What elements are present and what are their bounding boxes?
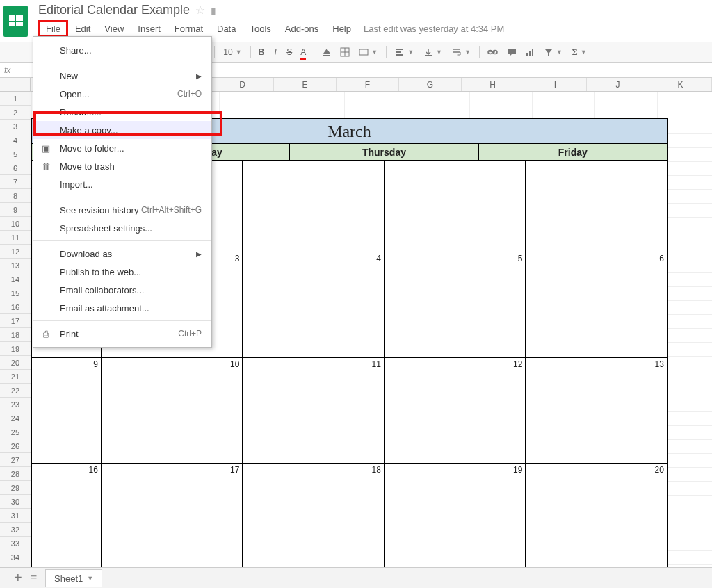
- row-header[interactable]: 13: [0, 259, 31, 272]
- font-size-select[interactable]: 10 ▼: [219, 45, 245, 59]
- row-header[interactable]: 21: [0, 370, 31, 384]
- row-header[interactable]: 3: [0, 120, 31, 133]
- row-header[interactable]: 1: [0, 92, 31, 106]
- text-color-button[interactable]: A: [297, 45, 309, 59]
- column-header[interactable]: I: [524, 78, 587, 91]
- column-header[interactable]: E: [274, 78, 337, 91]
- row-header[interactable]: 16: [0, 300, 31, 314]
- fill-color-button[interactable]: [318, 45, 335, 59]
- row-header[interactable]: 2: [0, 106, 31, 120]
- row-header[interactable]: 31: [0, 509, 31, 523]
- menu-item-print[interactable]: ⎙PrintCtrl+P: [33, 325, 211, 343]
- row-header[interactable]: 30: [0, 495, 31, 509]
- row-header[interactable]: 22: [0, 384, 31, 398]
- tab-sheet1[interactable]: Sheet1 ▼: [45, 569, 102, 587]
- row-header[interactable]: 4: [0, 133, 31, 147]
- row-header[interactable]: 33: [0, 537, 31, 550]
- row-header[interactable]: 23: [0, 398, 31, 411]
- row-header[interactable]: 7: [0, 175, 31, 189]
- column-header[interactable]: G: [399, 78, 462, 91]
- row-header[interactable]: 8: [0, 189, 31, 203]
- last-edit-label[interactable]: Last edit was yesterday at 4:34 PM: [364, 24, 504, 34]
- row-header[interactable]: 27: [0, 453, 31, 467]
- comment-button[interactable]: [503, 45, 520, 59]
- wrap-button[interactable]: ▼: [448, 45, 475, 59]
- calendar-cell[interactable]: 10: [102, 358, 243, 463]
- row-header[interactable]: 12: [0, 245, 31, 259]
- row-header[interactable]: 11: [0, 231, 31, 245]
- calendar-cell[interactable]: 16: [32, 464, 102, 569]
- row-header[interactable]: 29: [0, 481, 31, 495]
- calendar-cell[interactable]: 6: [526, 252, 667, 357]
- menu-tools[interactable]: Tools: [243, 21, 277, 37]
- row-header[interactable]: 6: [0, 161, 31, 175]
- menu-item-email-attach[interactable]: Email as attachment...: [33, 299, 211, 317]
- calendar-cell[interactable]: [385, 161, 526, 252]
- borders-button[interactable]: [337, 45, 353, 59]
- calendar-cell[interactable]: 20: [526, 464, 667, 569]
- functions-button[interactable]: Σ ▼: [568, 45, 591, 60]
- menu-item-history[interactable]: See revision historyCtrl+Alt+Shift+G: [33, 201, 211, 219]
- calendar-cell[interactable]: 13: [526, 358, 667, 463]
- row-header[interactable]: 17: [0, 314, 31, 328]
- menu-view[interactable]: View: [97, 21, 131, 37]
- menu-addons[interactable]: Add-ons: [278, 21, 325, 37]
- menu-item-email-collab[interactable]: Email collaborators...: [33, 281, 211, 299]
- menu-item-new[interactable]: New▶: [33, 67, 211, 85]
- menu-item-move[interactable]: ▣Move to folder...: [33, 139, 211, 157]
- italic-button[interactable]: I: [269, 45, 282, 59]
- row-header[interactable]: 19: [0, 342, 31, 356]
- menu-edit[interactable]: Edit: [68, 21, 97, 37]
- all-sheets-button[interactable]: ≡: [31, 572, 37, 585]
- menu-item-make-copy[interactable]: Make a copy...: [33, 121, 211, 139]
- column-header[interactable]: F: [337, 78, 399, 91]
- calendar-cell[interactable]: 17: [102, 464, 243, 569]
- menu-item-trash[interactable]: 🗑Move to trash: [33, 157, 211, 175]
- calendar-cell[interactable]: 11: [243, 358, 385, 463]
- menu-file[interactable]: File: [38, 20, 68, 38]
- calendar-cell[interactable]: 9: [32, 358, 102, 463]
- app-logo[interactable]: [0, 0, 31, 42]
- column-header[interactable]: K: [649, 78, 712, 91]
- strike-button[interactable]: S: [283, 45, 296, 59]
- chart-button[interactable]: [521, 45, 538, 59]
- menu-insert[interactable]: Insert: [131, 21, 168, 37]
- calendar-cell[interactable]: 19: [385, 464, 526, 569]
- calendar-cell[interactable]: 18: [243, 464, 385, 569]
- row-header[interactable]: 26: [0, 439, 31, 453]
- row-header[interactable]: 34: [0, 550, 31, 564]
- link-button[interactable]: [484, 45, 502, 59]
- folder-icon[interactable]: ▮: [211, 5, 216, 16]
- calendar-cell[interactable]: 4: [243, 252, 385, 357]
- column-header[interactable]: J: [587, 78, 649, 91]
- select-all-corner[interactable]: [0, 78, 31, 91]
- calendar-cell[interactable]: [243, 161, 385, 252]
- merge-button[interactable]: ▼: [355, 45, 382, 59]
- bold-button[interactable]: B: [255, 45, 268, 59]
- valign-button[interactable]: ▼: [419, 45, 446, 59]
- column-header[interactable]: H: [462, 78, 524, 91]
- add-sheet-button[interactable]: +: [14, 570, 22, 586]
- row-header[interactable]: 24: [0, 411, 31, 425]
- menu-item-import[interactable]: Import...: [33, 175, 211, 193]
- menu-data[interactable]: Data: [210, 21, 243, 37]
- row-header[interactable]: 14: [0, 272, 31, 286]
- column-header[interactable]: D: [211, 78, 274, 91]
- menu-item-publish[interactable]: Publish to the web...: [33, 263, 211, 281]
- row-header[interactable]: 28: [0, 467, 31, 481]
- menu-item-open[interactable]: Open...Ctrl+O: [33, 85, 211, 103]
- menu-item-share[interactable]: Share...: [33, 41, 211, 59]
- row-header[interactable]: 18: [0, 328, 31, 342]
- menu-item-download[interactable]: Download as▶: [33, 245, 211, 263]
- halign-button[interactable]: ▼: [391, 45, 418, 59]
- calendar-cell[interactable]: 12: [385, 358, 526, 463]
- calendar-cell[interactable]: 5: [385, 252, 526, 357]
- menu-item-rename[interactable]: Rename...: [33, 103, 211, 121]
- row-header[interactable]: 10: [0, 217, 31, 231]
- row-header[interactable]: 15: [0, 286, 31, 300]
- row-header[interactable]: 25: [0, 425, 31, 439]
- row-header[interactable]: 5: [0, 147, 31, 161]
- row-header[interactable]: 32: [0, 523, 31, 537]
- calendar-cell[interactable]: [526, 161, 667, 252]
- menu-format[interactable]: Format: [168, 21, 210, 37]
